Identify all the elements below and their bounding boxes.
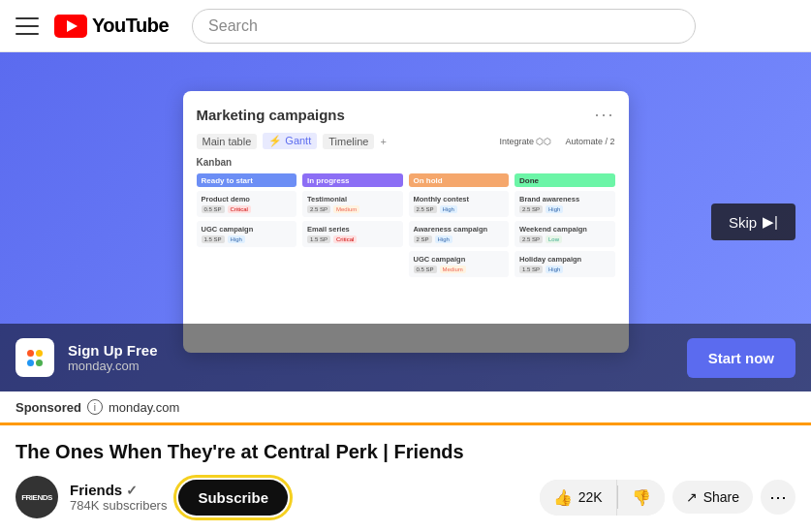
channel-avatar[interactable]: FRIENDS <box>16 476 58 518</box>
dislike-button[interactable]: 👎 <box>618 480 665 516</box>
video-info: The Ones When They're at Central Perk | … <box>0 425 811 528</box>
kanban-item: Testimonial 2.5 SP Medium <box>302 191 403 217</box>
kanban-card: Marketing campaigns ··· Main table ⚡ Gan… <box>183 91 629 353</box>
card-dots: ··· <box>594 105 614 125</box>
ad-container: Marketing campaigns ··· Main table ⚡ Gan… <box>0 52 811 391</box>
like-count: 22K <box>578 489 603 505</box>
card-integrate: Integrate ⬡⬡ <box>499 137 551 146</box>
skip-button[interactable]: Skip ▶| <box>711 203 795 240</box>
tab-main-table[interactable]: Main table <box>197 134 258 149</box>
channel-name: Friends ✓ <box>70 482 167 498</box>
sponsored-row: Sponsored i monday.com <box>0 391 811 425</box>
skip-icon: ▶| <box>763 213 778 231</box>
youtube-icon <box>54 15 87 38</box>
ad-text: Sign Up Free monday.com <box>68 342 673 373</box>
channel-actions: 👍 22K 👎 ↗ Share ⋯ <box>540 480 795 516</box>
monday-dots-icon <box>27 350 43 366</box>
kanban-item: Monthly contest 2.5 SP High <box>409 191 510 217</box>
col-ready: Ready to start Product demo 0.5 SP Criti… <box>197 173 297 277</box>
start-now-button[interactable]: Start now <box>687 338 795 378</box>
tab-gantt[interactable]: ⚡ Gantt <box>263 133 317 149</box>
search-bar[interactable]: Search <box>192 9 696 44</box>
kanban-item: Awareness campaign 2 SP High <box>409 221 510 247</box>
monday-logo <box>16 338 54 377</box>
kanban-item: UGC campaign 0.5 SP Medium <box>409 251 510 277</box>
channel-name-text: Friends <box>70 482 122 498</box>
share-label: Share <box>703 489 739 505</box>
more-options-button[interactable]: ⋯ <box>761 480 795 515</box>
avatar-text: FRIENDS <box>21 493 52 502</box>
sponsored-label: Sponsored <box>16 400 81 415</box>
info-icon[interactable]: i <box>87 399 103 415</box>
share-button[interactable]: ↗ Share <box>672 481 753 514</box>
card-title: Marketing campaigns <box>197 107 345 123</box>
ad-overlay: Sign Up Free monday.com Start now <box>0 324 811 391</box>
like-button[interactable]: 👍 22K <box>540 480 617 516</box>
verified-icon: ✓ <box>126 483 138 498</box>
kanban-item: Holiday campaign 1.5 SP High <box>515 251 615 277</box>
hamburger-menu[interactable] <box>16 15 39 38</box>
col-header-hold: On hold <box>409 173 510 187</box>
card-automate: Automate / 2 <box>565 137 614 146</box>
col-hold: On hold Monthly contest 2.5 SP High Awar… <box>409 173 510 277</box>
sponsored-domain: monday.com <box>109 400 179 415</box>
channel-subscribers: 784K subscribers <box>70 498 167 513</box>
card-tabs: Main table ⚡ Gantt Timeline + Integrate … <box>197 133 615 149</box>
channel-info: Friends ✓ 784K subscribers <box>70 482 167 513</box>
col-done: Done Brand awareness 2.5 SP High Weekend… <box>515 173 615 277</box>
skip-label: Skip <box>729 214 757 231</box>
like-icon: 👍 <box>553 488 573 507</box>
kanban-item: Brand awareness 2.5 SP High <box>515 191 615 217</box>
dislike-icon: 👎 <box>632 488 651 507</box>
kanban-label: Kanban <box>197 157 615 168</box>
kanban-columns: Ready to start Product demo 0.5 SP Criti… <box>197 173 615 277</box>
tab-plus[interactable]: + <box>380 136 386 147</box>
more-icon: ⋯ <box>769 486 787 508</box>
col-header-progress: In progress <box>302 173 403 187</box>
ad-domain: monday.com <box>68 359 673 373</box>
col-header-ready: Ready to start <box>197 173 297 187</box>
subscribe-button[interactable]: Subscribe <box>178 480 288 516</box>
search-placeholder: Search <box>208 17 258 35</box>
card-header: Marketing campaigns ··· <box>197 105 615 125</box>
kanban-item: UGC campaign 1.5 SP High <box>197 221 297 247</box>
channel-left: FRIENDS Friends ✓ 784K subscribers Subsc… <box>16 476 288 518</box>
video-title: The Ones When They're at Central Perk | … <box>16 439 795 464</box>
channel-row: FRIENDS Friends ✓ 784K subscribers Subsc… <box>16 476 795 518</box>
kanban-item: Weekend campaign 2.5 SP Low <box>515 221 615 247</box>
col-progress: In progress Testimonial 2.5 SP Medium Em… <box>302 173 403 277</box>
col-header-done: Done <box>515 173 615 187</box>
like-dislike-group: 👍 22K 👎 <box>540 480 665 516</box>
header: YouTube Search <box>0 0 811 52</box>
share-icon: ↗ <box>686 489 698 505</box>
kanban-item: Product demo 0.5 SP Critical <box>197 191 297 217</box>
kanban-item: Email series 1.5 SP Critical <box>302 221 403 247</box>
youtube-logo[interactable]: YouTube <box>54 15 169 38</box>
youtube-text: YouTube <box>92 15 169 37</box>
ad-company-name: Sign Up Free <box>68 342 673 359</box>
tab-timeline[interactable]: Timeline <box>323 134 374 149</box>
